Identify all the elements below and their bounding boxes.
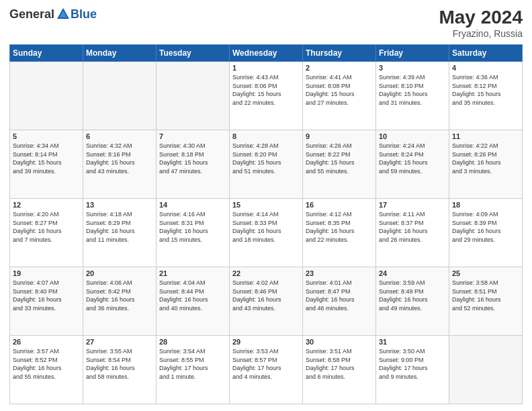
calendar-day-cell: 11Sunrise: 4:22 AM Sunset: 8:26 PM Dayli…	[449, 130, 523, 199]
calendar-day-cell: 16Sunrise: 4:12 AM Sunset: 8:35 PM Dayli…	[303, 199, 376, 267]
calendar-day-cell: 17Sunrise: 4:11 AM Sunset: 8:37 PM Dayli…	[376, 199, 449, 267]
day-number: 11	[452, 132, 519, 140]
calendar-day-cell: 28Sunrise: 3:54 AM Sunset: 8:55 PM Dayli…	[157, 336, 230, 404]
day-number: 4	[452, 64, 519, 72]
day-info: Sunrise: 3:55 AM Sunset: 8:54 PM Dayligh…	[86, 347, 153, 381]
day-info: Sunrise: 3:54 AM Sunset: 8:55 PM Dayligh…	[159, 347, 226, 381]
day-info: Sunrise: 4:06 AM Sunset: 8:42 PM Dayligh…	[86, 279, 153, 312]
day-number: 26	[13, 338, 80, 346]
calendar-day-cell: 22Sunrise: 4:02 AM Sunset: 8:46 PM Dayli…	[230, 267, 303, 336]
calendar-day-cell: 21Sunrise: 4:04 AM Sunset: 8:44 PM Dayli…	[157, 267, 230, 336]
calendar-day-cell: 4Sunrise: 4:36 AM Sunset: 8:12 PM Daylig…	[449, 62, 523, 130]
day-number: 29	[232, 338, 300, 346]
day-number: 13	[86, 201, 153, 209]
calendar-day-cell: 27Sunrise: 3:55 AM Sunset: 8:54 PM Dayli…	[83, 336, 157, 404]
day-number: 31	[379, 338, 446, 346]
day-info: Sunrise: 4:02 AM Sunset: 8:46 PM Dayligh…	[232, 279, 300, 312]
day-number: 10	[379, 132, 446, 140]
day-number: 27	[86, 338, 153, 346]
day-info: Sunrise: 4:26 AM Sunset: 8:22 PM Dayligh…	[306, 142, 373, 175]
logo: General Blue	[9, 7, 97, 21]
day-number: 21	[159, 269, 226, 277]
day-info: Sunrise: 4:18 AM Sunset: 8:29 PM Dayligh…	[86, 210, 153, 244]
calendar-day-cell: 9Sunrise: 4:26 AM Sunset: 8:22 PM Daylig…	[303, 130, 376, 199]
day-info: Sunrise: 4:16 AM Sunset: 8:31 PM Dayligh…	[159, 210, 226, 244]
day-number: 16	[306, 201, 373, 209]
day-info: Sunrise: 3:53 AM Sunset: 8:57 PM Dayligh…	[232, 347, 300, 381]
day-info: Sunrise: 4:12 AM Sunset: 8:35 PM Dayligh…	[306, 210, 373, 244]
calendar-day-cell	[157, 62, 230, 130]
calendar-day-cell: 31Sunrise: 3:50 AM Sunset: 9:00 PM Dayli…	[376, 336, 449, 404]
day-info: Sunrise: 4:34 AM Sunset: 8:14 PM Dayligh…	[13, 142, 80, 175]
day-number: 22	[232, 269, 300, 277]
logo-icon	[56, 7, 71, 21]
day-info: Sunrise: 4:14 AM Sunset: 8:33 PM Dayligh…	[232, 210, 300, 244]
day-info: Sunrise: 4:09 AM Sunset: 8:39 PM Dayligh…	[452, 210, 519, 244]
calendar-day-cell: 18Sunrise: 4:09 AM Sunset: 8:39 PM Dayli…	[449, 199, 523, 267]
calendar-day-cell: 7Sunrise: 4:30 AM Sunset: 8:18 PM Daylig…	[157, 130, 230, 199]
logo-general: General	[9, 7, 54, 21]
calendar-day-cell: 10Sunrise: 4:24 AM Sunset: 8:24 PM Dayli…	[376, 130, 449, 199]
calendar-day-cell: 2Sunrise: 4:41 AM Sunset: 8:08 PM Daylig…	[303, 62, 376, 130]
day-number: 1	[232, 64, 300, 72]
day-info: Sunrise: 3:58 AM Sunset: 8:51 PM Dayligh…	[452, 279, 519, 312]
calendar-day-cell	[10, 62, 83, 130]
day-number: 15	[232, 201, 300, 209]
title-area: May 2024 Fryazino, Russia	[439, 7, 523, 39]
day-info: Sunrise: 4:01 AM Sunset: 8:47 PM Dayligh…	[306, 279, 373, 312]
calendar-day-cell: 14Sunrise: 4:16 AM Sunset: 8:31 PM Dayli…	[157, 199, 230, 267]
weekday-header: Friday	[376, 45, 449, 62]
page: General Blue May 2024 Fryazino, Russia S…	[0, 0, 532, 411]
logo-blue: Blue	[71, 7, 97, 21]
day-info: Sunrise: 4:24 AM Sunset: 8:24 PM Dayligh…	[379, 142, 446, 175]
calendar-day-cell: 12Sunrise: 4:20 AM Sunset: 8:27 PM Dayli…	[10, 199, 83, 267]
day-info: Sunrise: 4:32 AM Sunset: 8:16 PM Dayligh…	[86, 142, 153, 175]
calendar-day-cell: 13Sunrise: 4:18 AM Sunset: 8:29 PM Dayli…	[83, 199, 157, 267]
day-number: 6	[86, 132, 153, 140]
weekday-header: Wednesday	[230, 45, 303, 62]
day-number: 5	[13, 132, 80, 140]
day-number: 8	[232, 132, 300, 140]
calendar-day-cell: 6Sunrise: 4:32 AM Sunset: 8:16 PM Daylig…	[83, 130, 157, 199]
header: General Blue May 2024 Fryazino, Russia	[9, 7, 523, 39]
day-info: Sunrise: 4:04 AM Sunset: 8:44 PM Dayligh…	[159, 279, 226, 312]
day-number: 2	[306, 64, 373, 72]
day-info: Sunrise: 4:41 AM Sunset: 8:08 PM Dayligh…	[306, 73, 373, 107]
calendar-day-cell: 29Sunrise: 3:53 AM Sunset: 8:57 PM Dayli…	[230, 336, 303, 404]
day-info: Sunrise: 3:57 AM Sunset: 8:52 PM Dayligh…	[13, 347, 80, 381]
day-info: Sunrise: 3:59 AM Sunset: 8:49 PM Dayligh…	[379, 279, 446, 312]
calendar-day-cell: 24Sunrise: 3:59 AM Sunset: 8:49 PM Dayli…	[376, 267, 449, 336]
day-info: Sunrise: 4:20 AM Sunset: 8:27 PM Dayligh…	[13, 210, 80, 244]
calendar-day-cell	[83, 62, 157, 130]
day-number: 20	[86, 269, 153, 277]
calendar-week-row: 12Sunrise: 4:20 AM Sunset: 8:27 PM Dayli…	[10, 199, 523, 267]
day-info: Sunrise: 3:50 AM Sunset: 9:00 PM Dayligh…	[379, 347, 446, 381]
day-number: 9	[306, 132, 373, 140]
calendar-week-row: 26Sunrise: 3:57 AM Sunset: 8:52 PM Dayli…	[10, 336, 523, 404]
day-number: 25	[452, 269, 519, 277]
day-info: Sunrise: 4:30 AM Sunset: 8:18 PM Dayligh…	[159, 142, 226, 175]
location: Fryazino, Russia	[439, 28, 523, 39]
day-number: 30	[306, 338, 373, 346]
calendar-day-cell: 19Sunrise: 4:07 AM Sunset: 8:40 PM Dayli…	[10, 267, 83, 336]
calendar-week-row: 5Sunrise: 4:34 AM Sunset: 8:14 PM Daylig…	[10, 130, 523, 199]
day-number: 7	[159, 132, 226, 140]
calendar-day-cell: 5Sunrise: 4:34 AM Sunset: 8:14 PM Daylig…	[10, 130, 83, 199]
weekday-header: Saturday	[449, 45, 523, 62]
day-info: Sunrise: 4:39 AM Sunset: 8:10 PM Dayligh…	[379, 73, 446, 107]
weekday-header: Tuesday	[157, 45, 230, 62]
day-number: 12	[13, 201, 80, 209]
day-info: Sunrise: 4:22 AM Sunset: 8:26 PM Dayligh…	[452, 142, 519, 175]
calendar-header-row: SundayMondayTuesdayWednesdayThursdayFrid…	[10, 45, 523, 62]
day-number: 28	[159, 338, 226, 346]
calendar-table: SundayMondayTuesdayWednesdayThursdayFrid…	[9, 44, 523, 404]
day-number: 17	[379, 201, 446, 209]
calendar-week-row: 1Sunrise: 4:43 AM Sunset: 8:06 PM Daylig…	[10, 62, 523, 130]
weekday-header: Sunday	[10, 45, 83, 62]
calendar-day-cell: 23Sunrise: 4:01 AM Sunset: 8:47 PM Dayli…	[303, 267, 376, 336]
day-number: 23	[306, 269, 373, 277]
day-number: 14	[159, 201, 226, 209]
calendar-day-cell: 3Sunrise: 4:39 AM Sunset: 8:10 PM Daylig…	[376, 62, 449, 130]
weekday-header: Monday	[83, 45, 157, 62]
day-number: 19	[13, 269, 80, 277]
